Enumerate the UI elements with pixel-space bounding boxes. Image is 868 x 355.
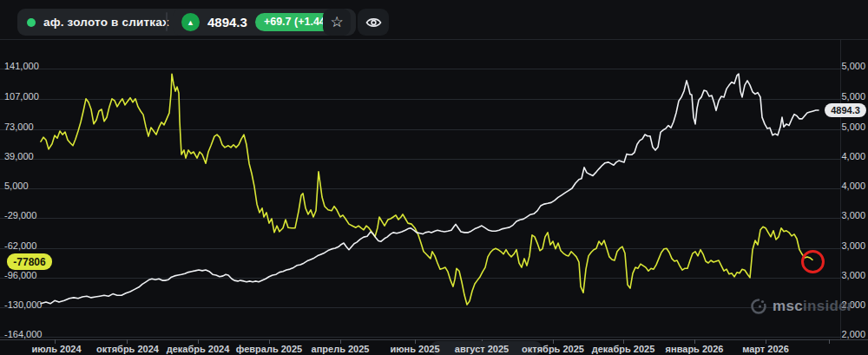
eye-icon bbox=[365, 16, 382, 29]
watch-button[interactable] bbox=[358, 9, 389, 36]
x-axis-label: июль 2024 bbox=[17, 344, 95, 354]
right-axis-label: 4,000 bbox=[813, 151, 865, 161]
left-axis-label: -130,000 bbox=[4, 299, 42, 310]
right-axis-label: 5,000 bbox=[813, 61, 865, 71]
right-axis-label: 3,000 bbox=[813, 240, 865, 251]
left-axis-label: -164,000 bbox=[4, 329, 42, 339]
last-price: 4894.3 bbox=[207, 15, 247, 30]
x-axis-label: декабрь 2024 bbox=[159, 344, 237, 354]
right-axis-label: 5,000 bbox=[813, 122, 865, 132]
right-axis-label: 3,000 bbox=[813, 210, 865, 220]
x-axis-label: октябрь 2025 bbox=[514, 344, 592, 354]
star-icon: ☆ bbox=[330, 13, 343, 31]
trading-chart-app: аф. золото в слитках ⌄ ▲ 4894.3 +69.7 (+… bbox=[0, 0, 868, 355]
watermark-text: mscinsider bbox=[773, 298, 853, 315]
right-axis-label: 4,000 bbox=[813, 181, 865, 191]
favorite-button[interactable]: ☆ bbox=[323, 9, 351, 36]
chart-header: аф. золото в слитках ⌄ ▲ 4894.3 +69.7 (+… bbox=[0, 0, 868, 40]
current-price-badge-right: 4894.3 bbox=[825, 103, 866, 117]
x-axis-label: декабрь 2025 bbox=[584, 344, 662, 354]
x-axis-label: октябрь 2024 bbox=[89, 344, 167, 354]
left-axis-label: 5,000 bbox=[4, 181, 29, 191]
current-value-badge-left: -77806 bbox=[7, 253, 52, 270]
trend-up-icon: ▲ bbox=[181, 13, 200, 31]
x-axis-label: апрель 2025 bbox=[301, 344, 379, 354]
left-axis-label: -29,000 bbox=[4, 210, 36, 220]
status-dot-icon bbox=[27, 18, 36, 27]
right-axis-label: 5,000 bbox=[813, 91, 865, 102]
right-axis-label: 3,000 bbox=[813, 270, 865, 280]
red-circle-annotation bbox=[801, 250, 825, 273]
x-axis-label: март 2026 bbox=[727, 344, 805, 354]
left-axis-label: -96,000 bbox=[4, 270, 36, 280]
left-axis-label: 39,000 bbox=[4, 151, 34, 161]
ticker-name: аф. золото в слитках bbox=[43, 16, 169, 29]
price-chart[interactable] bbox=[0, 0, 868, 355]
left-axis-label: 107,000 bbox=[4, 91, 39, 102]
x-axis-label: февраль 2025 bbox=[230, 344, 308, 354]
left-axis-label: 141,000 bbox=[4, 61, 39, 71]
watermark: mscinsider bbox=[749, 297, 853, 316]
left-axis-label: 73,000 bbox=[4, 122, 34, 132]
right-axis-label: 2,000 bbox=[813, 329, 865, 339]
x-axis-label: январь 2026 bbox=[655, 344, 733, 354]
x-axis-label: август 2025 bbox=[443, 344, 521, 354]
left-axis-label: -62,000 bbox=[4, 240, 36, 251]
mscinsider-logo-icon bbox=[749, 297, 768, 316]
header-divider bbox=[166, 12, 168, 31]
